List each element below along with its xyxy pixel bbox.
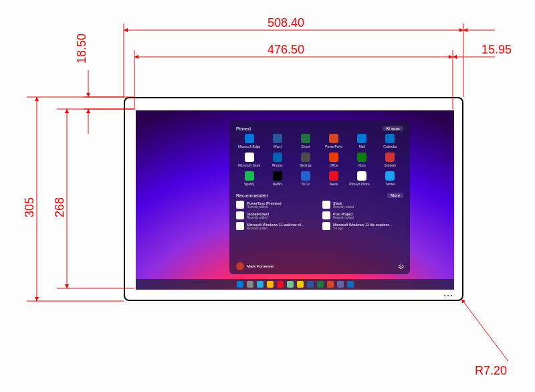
app-tile[interactable]: PowerPoint xyxy=(321,134,347,149)
app-label: PowerPoint xyxy=(325,144,342,149)
app-icon xyxy=(301,171,310,181)
app-label: Twitter xyxy=(385,182,395,186)
app-icon xyxy=(301,153,310,162)
recommended-subtitle: 5m ago xyxy=(333,227,392,230)
app-icon xyxy=(301,134,310,143)
app-label: Photos xyxy=(272,163,283,167)
dim-width-outer: 508.40 xyxy=(268,16,304,29)
user-row[interactable]: Mark Forteneer ⏻ xyxy=(236,262,403,270)
pinned-header-row: Pinned All apps xyxy=(236,126,403,131)
recommended-label: Recommended xyxy=(236,193,268,198)
file-icon xyxy=(236,201,244,209)
app-label: To Do xyxy=(301,182,310,186)
app-label: Word xyxy=(274,144,282,149)
recommended-subtitle: Recently added xyxy=(247,216,269,219)
app-icon xyxy=(245,134,254,143)
app-tile[interactable]: Photos xyxy=(264,153,290,167)
app-tile[interactable]: Netflix xyxy=(264,171,290,186)
taskbar-icon[interactable] xyxy=(277,281,284,288)
taskbar-icon[interactable] xyxy=(267,281,274,288)
dim-bezel-side: 15.95 xyxy=(481,43,512,56)
taskbar-icon[interactable] xyxy=(347,281,354,288)
file-icon xyxy=(236,211,244,219)
dim-corner-radius: R7.20 xyxy=(475,364,507,377)
app-icon xyxy=(273,171,282,181)
taskbar-icon[interactable] xyxy=(307,281,314,288)
file-icon xyxy=(322,222,330,230)
user-name: Mark Forteneer xyxy=(247,264,274,268)
dim-width-inner: 476.50 xyxy=(268,43,304,56)
app-icon xyxy=(329,134,338,143)
start-menu[interactable]: Pinned All apps Microsoft EdgeWordExcelP… xyxy=(229,120,410,274)
app-label: Microsoft Edge xyxy=(238,144,260,149)
app-icon xyxy=(385,134,395,143)
camera-dots xyxy=(444,295,452,296)
recommended-item[interactable]: Post ProjectRecently edited xyxy=(322,211,403,219)
more-button[interactable]: More xyxy=(387,193,403,198)
recommended-header-row: Recommended More xyxy=(236,193,403,198)
app-tile[interactable]: Microsoft Edge xyxy=(236,134,262,149)
app-tile[interactable]: Twitter xyxy=(377,171,403,186)
app-tile[interactable]: Settings xyxy=(292,153,318,167)
taskbar-icon[interactable] xyxy=(317,281,324,288)
taskbar-icon[interactable] xyxy=(247,281,253,288)
app-tile[interactable]: Mail xyxy=(349,134,375,149)
file-icon xyxy=(322,211,330,219)
app-icon xyxy=(357,171,366,181)
recommended-item[interactable]: PowerToys (Preview)Recently added xyxy=(236,201,317,209)
dim-bezel-top: 18.50 xyxy=(75,33,88,64)
recommended-subtitle: Recently added xyxy=(333,205,354,209)
app-tile[interactable]: Xbox xyxy=(349,153,375,167)
app-tile[interactable]: News xyxy=(321,171,347,186)
dim-height-outer: 305 xyxy=(23,197,36,217)
app-label: Netflix xyxy=(273,182,282,186)
user-avatar-icon xyxy=(236,262,244,270)
pinned-apps-grid: Microsoft EdgeWordExcelPowerPointMailCal… xyxy=(236,134,403,186)
app-icon xyxy=(385,171,395,181)
file-icon xyxy=(322,201,330,209)
recommended-item[interactable]: Microsoft Windows 11 file explorer...5m … xyxy=(322,222,403,230)
recommended-list: PowerToys (Preview)Recently addedSlackRe… xyxy=(236,201,403,230)
taskbar-icon[interactable] xyxy=(337,281,344,288)
app-tile[interactable]: Spotify xyxy=(236,171,262,186)
taskbar-icon[interactable] xyxy=(297,281,304,288)
app-tile[interactable]: Word xyxy=(264,134,290,149)
app-icon xyxy=(357,153,366,162)
app-label: PicsArt Photo Studio: Collage xyxy=(349,182,374,186)
pinned-label: Pinned xyxy=(236,126,251,131)
app-tile[interactable]: Excel xyxy=(292,134,318,149)
recommended-subtitle: Recently added xyxy=(247,205,282,209)
app-tile[interactable]: Office xyxy=(321,153,347,167)
app-tile[interactable]: Microsoft Store xyxy=(236,153,262,167)
app-label: Spotify xyxy=(244,182,254,186)
app-tile[interactable]: Calendar xyxy=(377,134,403,149)
app-tile[interactable]: To Do xyxy=(292,171,318,186)
app-icon xyxy=(273,153,282,162)
recommended-item[interactable]: SlackRecently added xyxy=(322,201,403,209)
taskbar-icon[interactable] xyxy=(257,281,263,288)
dim-height-inner: 268 xyxy=(53,197,66,217)
recommended-subtitle: Recently edited xyxy=(333,216,354,219)
file-icon xyxy=(236,222,244,230)
app-label: Office xyxy=(330,163,338,167)
app-icon xyxy=(329,171,338,181)
taskbar[interactable] xyxy=(136,279,454,290)
taskbar-icon[interactable] xyxy=(287,281,294,288)
app-tile[interactable]: PicsArt Photo Studio: Collage xyxy=(349,171,375,186)
all-apps-button[interactable]: All apps xyxy=(383,126,403,131)
app-tile[interactable]: Solitaire xyxy=(377,153,403,167)
app-label: Mail xyxy=(359,144,365,149)
taskbar-icon[interactable] xyxy=(327,281,334,288)
app-icon xyxy=(357,134,366,143)
app-icon xyxy=(245,171,254,181)
recommended-item[interactable]: Microsoft Windows 11 webinar cli...Recen… xyxy=(236,222,317,230)
app-icon xyxy=(385,153,395,162)
recommended-item[interactable]: GlobalProtectRecently added xyxy=(236,211,317,219)
app-icon xyxy=(245,153,254,162)
app-label: Excel xyxy=(302,144,310,149)
power-icon[interactable]: ⏻ xyxy=(398,264,403,270)
recommended-subtitle: Recently edited xyxy=(247,227,304,230)
app-label: Xbox xyxy=(358,163,366,167)
taskbar-icon[interactable] xyxy=(237,281,243,288)
app-label: Solitaire xyxy=(384,163,396,167)
